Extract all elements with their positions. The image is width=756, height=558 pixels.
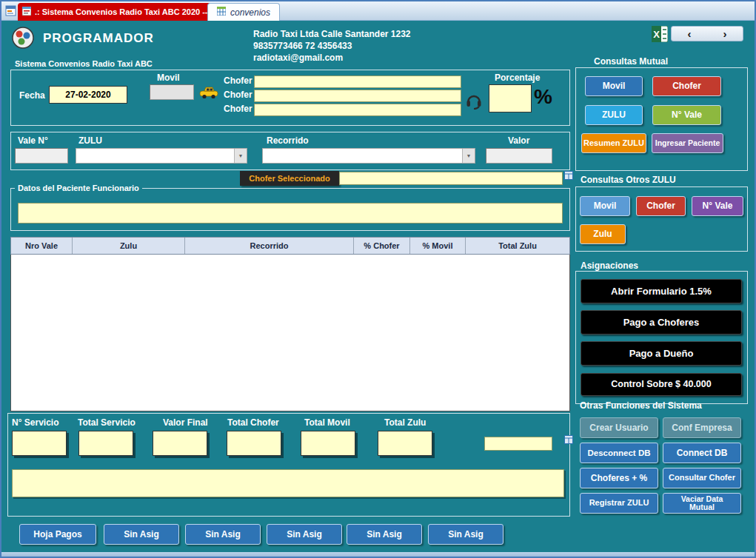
cm-ingresar-paciente-button[interactable]: Ingresar Paciente (652, 133, 723, 153)
summary-extra-field[interactable] (484, 437, 552, 451)
co-zulu-button[interactable]: Zulu (580, 224, 626, 244)
cm-n-vale-button[interactable]: N° Vale (652, 105, 721, 125)
title-bar: .: Sistema Convenios Radio Taxi ABC 2020… (1, 1, 755, 21)
control-sobre-button[interactable]: Control Sobre $ 40.000 (581, 373, 742, 396)
total-servicio-field[interactable] (78, 431, 133, 456)
column-header-total-zulu[interactable]: Total Zulu (466, 238, 569, 254)
section-summary (7, 413, 570, 517)
summary-label-total-movil: Total Movil (304, 417, 350, 428)
sin-asig-button-4[interactable]: Sin Asig (347, 524, 422, 545)
percent-symbol: % (534, 85, 552, 109)
vale-label: Vale N° (18, 135, 48, 146)
company-line2: 9835773466 72 4356433 (253, 40, 411, 52)
form-icon (22, 7, 31, 17)
conf-empresa-button[interactable]: Conf Empresa (663, 417, 741, 438)
porcentaje-label: Porcentaje (495, 73, 540, 83)
fecha-value: 27-02-2020 (50, 87, 127, 103)
column-header-pct-chofer[interactable]: % Chofer (354, 238, 410, 254)
nav-next-button[interactable]: › (723, 28, 727, 39)
vale-field[interactable] (15, 148, 68, 164)
co-chofer-button[interactable]: Chofer (636, 196, 686, 216)
paciente-field[interactable] (18, 203, 563, 223)
otras-funciones-title: Otras Funciones del Sistema (580, 400, 702, 411)
record-navigation-bar: ‹ › (671, 26, 743, 41)
chofer-label-3: Chofer (224, 104, 252, 114)
sin-asig-button-5[interactable]: Sin Asig (428, 524, 504, 545)
pago-dueno-button[interactable]: Pago a Dueño (581, 341, 742, 366)
choferes-pct-button[interactable]: Choferes + % (580, 468, 658, 488)
consultas-mutual-title: Consultas Mutual (594, 56, 668, 67)
summary-notes-field[interactable] (12, 469, 564, 497)
fecha-field[interactable]: 27-02-2020 (49, 86, 127, 104)
paciente-legend: Datos del Paciente Funcionario (15, 184, 142, 192)
nav-previous-button[interactable]: ‹ (688, 28, 692, 39)
chevron-down-icon: ▼ (234, 149, 247, 163)
column-header-zulu[interactable]: Zulu (73, 238, 185, 254)
registrar-zulu-button[interactable]: Registrar ZULU (580, 493, 658, 514)
desconnect-db-button[interactable]: Desconnect DB (580, 443, 658, 463)
total-chofer-field[interactable] (227, 431, 281, 456)
summary-label-total-zulu: Total Zulu (384, 417, 426, 428)
programador-app-icon (11, 26, 35, 53)
excel-export-icon[interactable]: X (652, 26, 668, 45)
table-icon (217, 7, 226, 18)
column-header-nro-vale[interactable]: Nro Vale (11, 238, 73, 254)
column-header-recorrido[interactable]: Recorrido (185, 238, 354, 254)
summary-label-total-chofer: Total Chofer (227, 417, 279, 428)
column-header-pct-movil[interactable]: % Movil (410, 238, 466, 254)
grid-header: Nro Vale Zulu Recorrido % Chofer % Movil… (10, 237, 570, 255)
chofer-label-2: Chofer (224, 90, 252, 100)
builder-icon-2[interactable] (564, 434, 573, 443)
sin-asig-button-1[interactable]: Sin Asig (104, 524, 179, 545)
total-movil-field[interactable] (301, 431, 355, 456)
chofer-field-3[interactable] (254, 104, 461, 116)
chofer-seleccionado-field[interactable] (339, 172, 563, 185)
total-zulu-field[interactable] (378, 431, 432, 456)
zulu-combo[interactable]: ▼ (76, 148, 247, 164)
chofer-field-1[interactable] (254, 75, 461, 88)
co-n-vale-button[interactable]: N° Vale (692, 196, 743, 216)
co-movil-button[interactable]: Movil (580, 196, 630, 216)
hoja-pagos-button[interactable]: Hoja Pagos (19, 524, 96, 545)
tab-main-label: .: Sistema Convenios Radio Taxi ABC 2020… (35, 7, 215, 16)
crear-usuario-button[interactable]: Crear Usuario (580, 417, 658, 438)
pago-choferes-button[interactable]: Pago a Choferes (581, 310, 742, 335)
cm-resumen-zulu-button[interactable]: Resumen ZULU (581, 133, 646, 153)
app-window: .: Sistema Convenios Radio Taxi ABC 2020… (0, 0, 756, 558)
consultas-otros-title: Consultas Otros ZULU (581, 175, 676, 185)
cm-zulu-button[interactable]: ZULU (585, 105, 643, 125)
company-line1: Radio Taxi Ltda Calle Santander 1232 (253, 28, 411, 40)
cm-chofer-button[interactable]: Chofer (652, 76, 721, 96)
movil-field[interactable] (150, 84, 194, 100)
vaciar-data-mutual-button[interactable]: Vaciar Data Mutual (663, 493, 741, 514)
abrir-formulario-button[interactable]: Abrir Formulario 1.5% (581, 279, 742, 303)
chofer-label-1: Chofer (224, 75, 252, 86)
headset-icon (465, 92, 483, 112)
valor-final-field[interactable] (153, 431, 207, 456)
summary-label-n-servicio: N° Servicio (12, 417, 59, 428)
tab-convenios[interactable]: convenios (207, 3, 280, 21)
builder-icon[interactable] (564, 169, 573, 178)
chofer-seleccionado-label: Chofer Seleccionado (240, 171, 339, 186)
recorrido-combo[interactable]: ▼ (262, 148, 475, 164)
section-legend-sistema: Sistema Convenios Radio Taxi ABC (12, 59, 155, 68)
window-bottom-edge (1, 552, 755, 557)
porcentaje-field[interactable] (489, 84, 532, 112)
taxi-icon (198, 86, 219, 102)
movil-label: Movil (157, 73, 180, 83)
sin-asig-button-2[interactable]: Sin Asig (185, 524, 261, 545)
n-servicio-field[interactable] (12, 431, 67, 456)
connect-db-button[interactable]: Connect DB (663, 443, 741, 463)
consultar-chofer-button[interactable]: Consultar Chofer (663, 468, 741, 488)
company-info: Radio Taxi Ltda Calle Santander 1232 983… (253, 28, 411, 64)
page-title: PROGRAMADOR (43, 31, 154, 46)
chevron-down-icon: ▼ (462, 149, 475, 163)
grid-body[interactable] (10, 255, 570, 411)
valor-field[interactable] (486, 148, 552, 164)
sin-asig-button-3[interactable]: Sin Asig (267, 524, 342, 545)
asignaciones-title: Asignaciones (581, 260, 638, 271)
tab-convenios-label: convenios (230, 7, 270, 18)
tab-sistema-convenios[interactable]: .: Sistema Convenios Radio Taxi ABC 2020… (18, 3, 222, 21)
cm-movil-button[interactable]: Movil (585, 76, 643, 96)
chofer-field-2[interactable] (254, 90, 461, 102)
